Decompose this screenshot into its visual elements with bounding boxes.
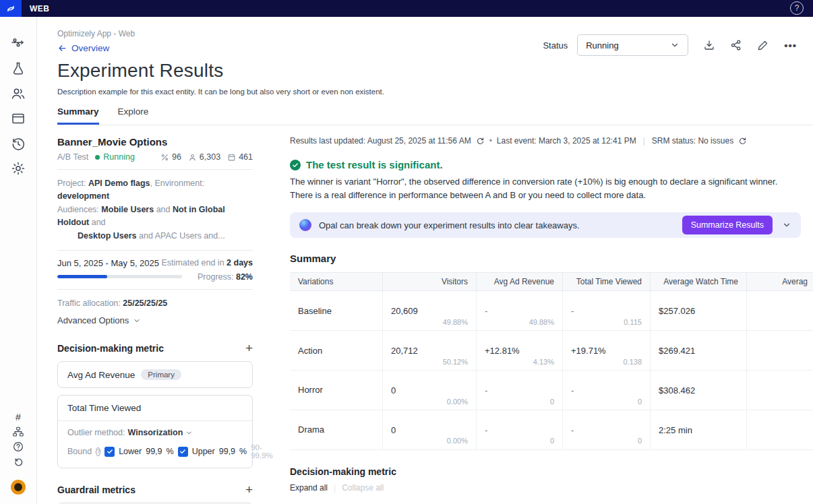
pages-icon[interactable] — [10, 111, 26, 127]
primary-badge: Primary — [141, 369, 181, 380]
table-row-cell: $257.026 — [651, 291, 747, 331]
table-row-cell: +12.81%4.13% — [477, 331, 563, 371]
range-hint: 90-99,9% — [251, 443, 273, 460]
experiment-name: Banner_Movie Options — [57, 136, 253, 148]
significance-block: The test result is significant. The winn… — [290, 159, 813, 202]
chevron-down-icon — [133, 317, 141, 325]
col-total-time-viewed[interactable]: Total Time Viewed — [563, 273, 651, 291]
share-icon[interactable] — [730, 39, 742, 51]
page-title: Experiment Results — [57, 60, 813, 82]
lower-value[interactable]: 99,9 — [146, 447, 162, 456]
collapse-all-link[interactable]: Collapse all — [342, 483, 384, 493]
date-range: Jun 5, 2025 - May 5, 2025 — [57, 258, 159, 268]
stat-people: 6,303 — [188, 152, 220, 162]
add-guardrail-metric-button[interactable]: + — [245, 483, 253, 496]
optimizely-logo-icon — [5, 3, 17, 15]
help-icon[interactable]: ? — [790, 1, 804, 15]
download-icon[interactable] — [703, 39, 715, 51]
table-row-cell: Baseline — [290, 291, 383, 331]
audiences-line: Audiences: Mobile Users and Not in Globa… — [57, 203, 253, 230]
user-avatar[interactable] — [11, 480, 26, 495]
table-row-cell: $308.462 — [651, 371, 747, 410]
check-circle-icon — [290, 160, 301, 170]
undo-icon[interactable] — [12, 455, 24, 468]
estimated-end: Estimated end in 2 days — [161, 258, 253, 267]
chevron-down-icon[interactable] — [185, 429, 193, 437]
more-actions-icon[interactable]: ••• — [784, 40, 797, 51]
upper-label: Upper — [192, 447, 215, 456]
bound-label: Bound — [67, 447, 92, 456]
sitemap-icon[interactable] — [12, 426, 24, 438]
col-visitors[interactable]: Visitors — [383, 273, 477, 291]
add-decision-metric-button[interactable]: + — [245, 342, 253, 354]
outlier-settings: Outlier method: Winsorization Bound ? Lo… — [58, 420, 252, 468]
progress-text: Progress: 82% — [198, 272, 253, 282]
table-row-cell — [747, 371, 813, 410]
page-description: Description example for this exact entit… — [57, 88, 813, 96]
check-icon — [179, 448, 186, 455]
edit-icon[interactable] — [757, 39, 769, 51]
summary-table: Variations Visitors Avg Ad Revenue Total… — [290, 272, 813, 449]
chevron-down-icon[interactable] — [782, 220, 791, 230]
running-dot-icon — [95, 155, 100, 160]
metric-name: Avg Ad Revenue — [67, 370, 135, 380]
lower-label: Lower — [119, 447, 142, 456]
status-dropdown[interactable]: Running — [577, 34, 688, 56]
metric-card-avg-ad-revenue[interactable]: Avg Ad Revenue Primary — [57, 361, 253, 388]
table-row-cell: -0 — [477, 410, 563, 450]
upper-value[interactable]: 99,9 — [219, 447, 235, 456]
top-bar: WEB ? — [0, 0, 813, 17]
settings-icon[interactable] — [10, 160, 26, 177]
outlier-method-label: Outlier method: — [67, 428, 125, 437]
table-row-cell: -0 — [477, 371, 563, 410]
table-row-cell: 20,60949.88% — [383, 291, 477, 331]
table-row-cell — [747, 331, 813, 371]
back-link-label: Overview — [71, 43, 109, 53]
opal-message: Opal can break down your experiment resu… — [319, 220, 580, 230]
tab-bar: Summary Explore — [57, 106, 813, 125]
optimizely-logo[interactable] — [0, 0, 22, 17]
table-row-cell: +19.71%0.138 — [563, 331, 651, 371]
table-row-cell: -0.115 — [563, 291, 651, 331]
metric-card-total-time-viewed[interactable]: Total Time Viewed Outlier method: Winsor… — [57, 395, 253, 468]
tab-summary[interactable]: Summary — [57, 106, 99, 125]
arrow-left-icon — [57, 43, 67, 53]
status-value: Running — [586, 40, 618, 51]
significance-body: The winner is variant "Horror", the obse… — [290, 175, 801, 202]
left-rail: # — [0, 17, 37, 504]
bound-help-icon[interactable]: ? — [96, 447, 100, 456]
progress-bar — [57, 275, 182, 278]
col-avg-ad-revenue[interactable]: Avg Ad Revenue — [477, 273, 563, 291]
significance-title: The test result is significant. — [306, 159, 443, 170]
tab-explore[interactable]: Explore — [118, 106, 149, 125]
last-updated-text: Results last updated: August 25, 2025 at… — [290, 136, 471, 146]
opal-banner: Opal can break down your experiment resu… — [290, 212, 801, 238]
advanced-options-toggle[interactable]: Advanced Options — [57, 315, 253, 325]
outlier-method-value[interactable]: Winsorization — [127, 428, 183, 437]
refresh-icon[interactable] — [476, 137, 485, 146]
audiences-icon[interactable] — [10, 86, 26, 102]
table-row-cell: Horror — [290, 371, 383, 410]
col-variations[interactable]: Variations — [290, 273, 383, 291]
chevron-down-icon — [670, 40, 680, 50]
help-footer-icon[interactable] — [12, 441, 24, 453]
decision-metric-title: Decision-making metric — [57, 343, 164, 354]
refresh-icon[interactable] — [738, 137, 747, 146]
table-row-cell: $269.421 — [651, 331, 747, 371]
lower-bound-checkbox[interactable] — [104, 447, 115, 457]
col-average-watch-time[interactable]: Average Watch Time — [651, 273, 747, 291]
expand-all-link[interactable]: Expand all — [290, 483, 328, 493]
summary-heading: Summary — [290, 253, 813, 264]
upper-bound-checkbox[interactable] — [178, 447, 188, 457]
summarize-results-button[interactable]: Summarize Results — [682, 216, 773, 234]
table-row-cell — [747, 410, 813, 450]
history-icon[interactable] — [10, 135, 26, 152]
hash-icon[interactable]: # — [12, 411, 24, 423]
experiments-icon[interactable] — [10, 61, 26, 77]
col-average-clipped[interactable]: Averag — [747, 273, 813, 291]
decision-section-title: Decision-making metric — [290, 466, 813, 477]
divider: | — [643, 136, 645, 146]
table-row-cell: -49.88% — [477, 291, 563, 331]
traffic-allocation: Traffic allocation: 25/25/25/25 — [57, 297, 253, 310]
flags-icon[interactable] — [10, 36, 26, 52]
